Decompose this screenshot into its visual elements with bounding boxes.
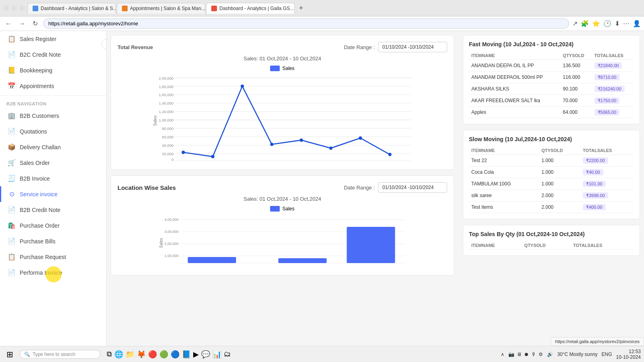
taskbar-icon-1[interactable]: 🌐	[114, 350, 123, 359]
svg-text:Sales: Sales	[159, 238, 163, 248]
share-icon[interactable]: ↗	[572, 20, 578, 27]
table-row: Coca Cola 1.000 ₹40.00	[469, 167, 634, 178]
svg-point-24	[211, 155, 214, 158]
maximize-button[interactable]	[11, 5, 17, 11]
bookkeeping-icon: 📒	[8, 66, 16, 74]
table-row: TAMBULAM 100G 1.000 ₹101.00	[469, 178, 634, 190]
sidebar-item-performa-invoice[interactable]: 📄 Performa Invoice	[0, 265, 106, 280]
taskbar-up-arrow[interactable]: ∧	[501, 352, 504, 357]
task-view-icon[interactable]: ⧉	[107, 350, 112, 359]
taskbar-icon-10[interactable]: 📊	[213, 350, 221, 359]
sidebar-item-appointments[interactable]: 📅 Appointments	[0, 78, 106, 94]
tab-1[interactable]: Dashboard - Analytics | Salon & S... ✕	[27, 3, 116, 14]
total-sales: ₹1750.00	[592, 95, 634, 107]
svg-text:20,000: 20,000	[162, 152, 173, 156]
taskbar-icon-8[interactable]: ▶	[193, 350, 199, 359]
minimize-button[interactable]	[3, 5, 9, 11]
svg-text:4,00,000: 4,00,000	[164, 218, 178, 222]
extension-icon[interactable]: 🧩	[581, 20, 589, 27]
qty-sold: 70.000	[560, 95, 592, 107]
sidebar-item-sales-register[interactable]: 📋 Sales Register	[0, 31, 106, 47]
svg-text:1,60,000: 1,60,000	[159, 93, 174, 97]
close-button[interactable]	[19, 5, 25, 11]
tab-2[interactable]: Appointments | Salon & Spa Man... ✕	[117, 3, 205, 14]
volume-icon[interactable]: 🔊	[547, 352, 553, 357]
total-sales: ₹40.00	[580, 167, 634, 178]
taskbar-icon-2[interactable]: 📁	[126, 350, 134, 359]
sidebar-item-purchase-order[interactable]: 🛍️ Purchase Order	[0, 218, 106, 233]
sidebar-label-b2b-credit-note: B2B Credit Note	[20, 207, 60, 213]
qty-sold: 64.000	[560, 107, 592, 118]
sidebar-label-sales-order: Sales Order	[20, 160, 50, 166]
taskbar-icon-9[interactable]: 💬	[201, 350, 210, 359]
tab-3[interactable]: Dashboard - Analytics | Galla GS... ✕	[206, 3, 295, 14]
downloads-icon[interactable]: ⬇	[615, 20, 620, 27]
item-name: AKAR FREEELOWER SALT lka	[469, 95, 560, 107]
profile-icon[interactable]: 👤	[633, 20, 641, 27]
taskbar-icon-6[interactable]: 🔵	[171, 350, 180, 359]
b2c-credit-note-icon: 📄	[8, 51, 16, 58]
tab-bar: Dashboard - Analytics | Salon & S... ✕ A…	[27, 2, 641, 14]
date-range-container: Date Range :	[344, 42, 447, 52]
sidebar-item-bookkeeping[interactable]: 📒 Bookkeeping	[0, 62, 106, 78]
new-tab-button[interactable]: +	[295, 2, 307, 14]
svg-text:Sales: Sales	[153, 115, 157, 126]
tab-label-3: Dashboard - Analytics | Galla GS...	[219, 6, 294, 11]
qty-sold: 1.000	[539, 155, 580, 167]
sidebar-label-purchase-request: Purchase Request	[20, 254, 66, 260]
svg-point-29	[359, 136, 362, 140]
taskbar-icon-7[interactable]: 📘	[182, 350, 191, 359]
svg-point-25	[241, 84, 244, 88]
reload-button[interactable]: ↻	[31, 19, 40, 28]
fast-moving-section: Fast Moving (10 Jul,2024 - 10 Oct,2024) …	[463, 35, 640, 124]
browser-chrome: Dashboard - Analytics | Salon & S... ✕ A…	[0, 0, 644, 16]
toolbar-icons: ↗ 🧩 ⭐ 🕑 ⬇ ⋯ 👤	[572, 20, 641, 27]
top-chart-date-input[interactable]	[378, 42, 447, 52]
sidebar-item-service-invoice[interactable]: ⊙ Service invoice	[0, 186, 106, 202]
sidebar-item-purchase-bills[interactable]: 📄 Purchase Bills	[0, 233, 106, 249]
svg-text:1,00,000: 1,00,000	[164, 254, 178, 258]
taskbar-icon-11[interactable]: 🗂	[224, 350, 231, 359]
performa-invoice-icon: 📄	[8, 269, 16, 276]
sidebar-item-b2b-invoice[interactable]: 🧾 B2B Invoice	[0, 171, 106, 186]
bookmark-icon[interactable]: ⭐	[592, 20, 600, 27]
top-sales-title: Top Sales By Qty (01 Oct,2024-10 Oct,202…	[469, 231, 634, 237]
top-sales-col-item: ITEMNAME	[469, 241, 522, 250]
settings-icon[interactable]: ⋯	[623, 20, 630, 27]
taskbar-icon-3[interactable]: 🦊	[137, 350, 146, 359]
svg-text:1,20,000: 1,20,000	[159, 109, 174, 114]
tray-icon-mic: 🎙	[531, 352, 536, 357]
taskbar-icon-5[interactable]: 🟢	[159, 350, 168, 359]
sidebar-item-b2b-credit-note[interactable]: 📄 B2B Credit Note	[0, 202, 106, 218]
table-row: Apples 64.000 ₹5065.00	[469, 107, 634, 118]
chart-legend: Sales	[118, 66, 447, 71]
purchase-bills-icon: 📄	[8, 237, 16, 245]
sidebar-item-sales-order[interactable]: 🛒 Sales Order	[0, 155, 106, 171]
taskbar-search[interactable]: 🔍 Type here to search	[20, 350, 100, 359]
taskbar-icon-4[interactable]: 🔴	[148, 350, 157, 359]
main-content: Total Revenue Date Range : Sales: 01 Oct…	[107, 31, 644, 346]
back-button[interactable]: ←	[3, 19, 14, 28]
svg-point-26	[270, 143, 273, 146]
tab-favicon-1	[33, 6, 38, 11]
forward-button[interactable]: →	[17, 19, 27, 28]
address-input[interactable]	[43, 19, 569, 29]
start-button[interactable]: ⊞	[3, 348, 17, 361]
service-invoice-icon: ⊙	[8, 190, 16, 198]
top-sales-col-sales: TOTALSALES	[571, 241, 634, 250]
sidebar-item-b2c-credit-note[interactable]: 📄 B2C Credit Note	[0, 47, 106, 62]
svg-text:1,00,000: 1,00,000	[159, 118, 174, 122]
sidebar-item-b2b-customers[interactable]: 🏢 B2B Customers	[0, 108, 106, 123]
sidebar-item-quotations[interactable]: 📄 Quotations	[0, 123, 106, 139]
sidebar-item-delivery-challan[interactable]: 📦 Delivery Challan	[0, 139, 106, 155]
location-chart-date-input[interactable]	[378, 182, 447, 193]
history-icon[interactable]: 🕑	[603, 20, 611, 27]
fast-moving-col-qty: QTYSOLD	[560, 51, 592, 60]
sidebar-divider-1	[0, 95, 106, 96]
taskbar: ⊞ 🔍 Type here to search ⧉ 🌐 📁 🦊 🔴 🟢 🔵 📘 …	[0, 346, 644, 362]
purchase-order-icon: 🛍️	[8, 222, 16, 229]
svg-text:0: 0	[171, 157, 173, 162]
top-sales-table: ITEMNAME QTYSOLD TOTALSALES	[469, 241, 634, 250]
top-sales-header-row: ITEMNAME QTYSOLD TOTALSALES	[469, 241, 634, 250]
sidebar-item-purchase-request[interactable]: 📋 Purchase Request	[0, 249, 106, 265]
